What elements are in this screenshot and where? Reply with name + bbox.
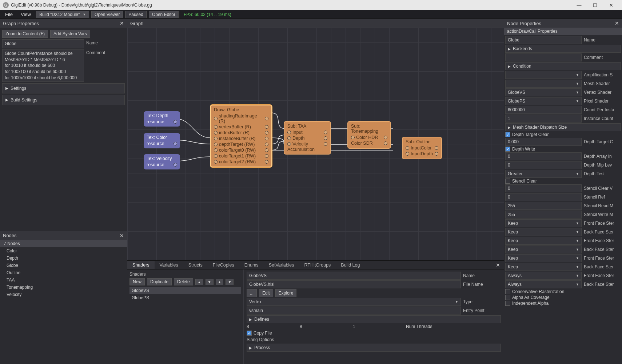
node-properties-close-icon[interactable]: ✕	[615, 20, 619, 26]
graph-properties-close-icon[interactable]: ✕	[120, 20, 124, 26]
tab-structs[interactable]: Structs	[183, 261, 208, 269]
tab-variables[interactable]: Variables	[155, 261, 183, 269]
open-viewer-button[interactable]: Open Viewer	[91, 11, 123, 18]
graph-comment-input[interactable]: Globe CountPerInstance should be MeshSiz…	[2, 49, 84, 82]
node-item-taa[interactable]: TAA	[0, 276, 127, 284]
shader-item-globeps[interactable]: GlobePS	[129, 294, 241, 301]
output-port[interactable]	[435, 146, 438, 150]
independent-alpha-checkbox[interactable]	[505, 301, 510, 306]
conservative-rasterization-checkbox[interactable]	[505, 289, 510, 294]
shader-new-button[interactable]: New	[129, 278, 145, 285]
output-port[interactable]	[265, 131, 268, 135]
move-bottom-icon[interactable]: ▼	[226, 279, 234, 285]
copy-file-checkbox[interactable]	[247, 331, 252, 336]
stencil-clear-checkbox[interactable]	[505, 179, 510, 184]
output-port[interactable]	[384, 136, 387, 139]
output-port[interactable]	[324, 136, 327, 140]
close-button[interactable]: ✕	[603, 0, 619, 10]
open-editor-button[interactable]: Open Editor	[149, 11, 179, 18]
add-system-vars-button[interactable]: Add System Vars	[50, 30, 90, 38]
process-expander[interactable]: ▶Process	[247, 344, 501, 352]
output-port[interactable]	[435, 152, 438, 156]
menu-file[interactable]: File	[2, 11, 16, 18]
paused-button[interactable]: Paused	[125, 11, 147, 18]
depth-target-c-input[interactable]: 0.000	[505, 138, 582, 146]
settings-expander[interactable]: ▶ Settings	[2, 83, 125, 93]
node-item-outline[interactable]: Outline	[0, 269, 127, 276]
stencil-op-dropdown[interactable]: Keep▼	[505, 237, 582, 245]
nodes-panel-close-icon[interactable]: ✕	[120, 233, 124, 239]
output-port[interactable]	[384, 141, 387, 145]
edit-button[interactable]: Edit	[259, 289, 273, 297]
input-port[interactable]	[406, 152, 409, 156]
count-per-instance-input[interactable]: 6000000	[505, 106, 582, 114]
tab-buildlog[interactable]: Build Log	[336, 261, 365, 269]
graph-canvas[interactable]: Tex: Depth resource Tex: Color resource …	[127, 28, 504, 260]
build-settings-expander[interactable]: ▶ Build Settings	[2, 95, 125, 105]
node-sub-outline[interactable]: Sub: Outline InputColor InputDepth	[402, 137, 442, 159]
numthreads-z-input[interactable]: 1	[353, 324, 404, 329]
stencil-op-dropdown[interactable]: Always▼	[505, 280, 582, 288]
output-port[interactable]	[265, 117, 268, 120]
input-port[interactable]	[214, 148, 218, 152]
np-comment-input[interactable]	[505, 53, 582, 61]
move-top-icon[interactable]: ▲	[216, 279, 224, 285]
output-port[interactable]	[174, 120, 177, 124]
maximize-button[interactable]: ☐	[587, 0, 603, 10]
depth-mip-lev-input[interactable]: 0	[505, 161, 582, 169]
node-item-color[interactable]: Color	[0, 247, 127, 255]
node-sub-taa[interactable]: Sub: TAA Input Depth Velocity Accumulati…	[284, 121, 331, 155]
input-port[interactable]	[214, 143, 218, 146]
explore-button[interactable]: Explore	[275, 289, 297, 297]
alpha-as-coverage-checkbox[interactable]	[505, 295, 510, 300]
output-port[interactable]	[174, 163, 177, 167]
depth-target-clear-checkbox[interactable]	[505, 132, 510, 137]
output-port[interactable]	[265, 137, 268, 140]
np-name-input[interactable]: Globe	[505, 36, 582, 44]
input-port[interactable]	[406, 146, 409, 150]
stencil-read-m-input[interactable]: 255	[505, 202, 582, 210]
input-port[interactable]	[214, 125, 218, 129]
stencil-op-dropdown[interactable]: Keep▼	[505, 254, 582, 262]
output-port[interactable]	[324, 131, 327, 134]
input-port[interactable]	[351, 136, 355, 139]
output-port[interactable]	[174, 142, 177, 145]
tab-setvariables[interactable]: SetVariables	[264, 261, 299, 269]
tab-enums[interactable]: Enums	[239, 261, 264, 269]
output-port[interactable]	[265, 143, 268, 146]
stencil-write-m-input[interactable]: 255	[505, 211, 582, 219]
shader-item-globevs[interactable]: GlobeVS	[129, 287, 241, 294]
numthreads-y-input[interactable]: 8	[300, 324, 351, 329]
condition-expander[interactable]: ▶Condition	[505, 62, 621, 70]
node-sub-tonemapping[interactable]: Sub: Tonemapping Color HDR Color SDR	[347, 121, 391, 149]
vertex-shader-dropdown[interactable]: GlobeVS▼	[505, 88, 582, 96]
tab-shaders[interactable]: Shaders	[127, 261, 155, 269]
output-port[interactable]	[265, 160, 268, 164]
node-item-velocity[interactable]: Velocity	[0, 291, 127, 298]
stencil-op-dropdown[interactable]: Keep▼	[505, 245, 582, 253]
zoom-to-content-button[interactable]: Zoom to Content (F)	[2, 30, 48, 38]
build-module-dropdown[interactable]: Build "DX12 Module"	[36, 11, 89, 18]
tab-rthitgroups[interactable]: RTHitGroups	[299, 261, 336, 269]
defines-expander[interactable]: ▶Defines	[247, 315, 501, 323]
node-item-depth[interactable]: Depth	[0, 255, 127, 262]
numthreads-x-input[interactable]: 8	[247, 324, 298, 329]
input-port[interactable]	[214, 160, 218, 164]
instance-count-input[interactable]: 1	[505, 115, 582, 123]
output-port[interactable]	[265, 125, 268, 129]
input-port[interactable]	[287, 136, 291, 140]
bottom-close-icon[interactable]: ✕	[492, 262, 504, 268]
input-port[interactable]	[214, 154, 218, 158]
move-down-icon[interactable]: ▼	[206, 279, 214, 285]
minimize-button[interactable]: —	[571, 0, 587, 10]
node-item-tonemapping[interactable]: Tonemapping	[0, 284, 127, 291]
mesh-dispatch-expander[interactable]: ▶Mesh Shader Dispatch Size	[505, 123, 621, 131]
depth-write-checkbox[interactable]	[505, 147, 510, 152]
depth-array-in-input[interactable]: 0	[505, 152, 582, 160]
shader-name-input[interactable]: GlobeVS	[247, 272, 461, 280]
pixel-shader-dropdown[interactable]: GlobePS▼	[505, 97, 582, 105]
input-port[interactable]	[214, 131, 218, 135]
shader-duplicate-button[interactable]: Duplicate	[147, 278, 172, 285]
depth-test-dropdown[interactable]: Greater▼	[505, 170, 582, 178]
input-port[interactable]	[214, 117, 218, 120]
